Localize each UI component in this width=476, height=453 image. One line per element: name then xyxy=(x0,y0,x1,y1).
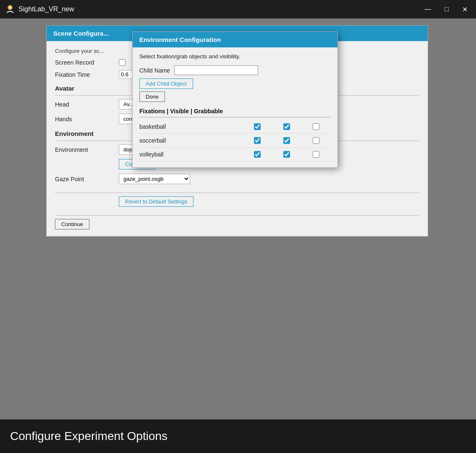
gaze-point-dropdown[interactable]: gaze_point.osgb xyxy=(119,174,190,184)
done-button[interactable]: Done xyxy=(139,91,165,102)
scene-config-title: Scene Configura... xyxy=(53,30,109,37)
object-row-1: soccerball xyxy=(139,134,331,148)
continue-button[interactable]: Continue xyxy=(55,219,89,229)
minimize-button[interactable]: — xyxy=(421,4,434,15)
env-config-header: Environment Configuration xyxy=(133,32,337,47)
object-grabbable-checkbox-0[interactable] xyxy=(313,123,319,130)
revert-button[interactable]: Revert to Default Settings xyxy=(119,196,194,207)
fixation-time-label: Fixation Time xyxy=(55,71,114,78)
object-grabbable-checkbox-1[interactable] xyxy=(313,137,319,144)
env-description: Select fixation/grab objects and visibil… xyxy=(139,53,331,60)
child-name-label: Child Name xyxy=(139,67,170,74)
fixations-header: Fixations | Visible | Grabbable xyxy=(139,108,331,117)
env-config-window: Environment Configuration Select fixatio… xyxy=(132,31,338,168)
bottom-bar: Configure Experiment Options xyxy=(0,419,476,453)
object-grabbable-cell-2 xyxy=(301,151,331,158)
object-row-2: volleyball xyxy=(139,148,331,161)
object-fixations-checkbox-0[interactable] xyxy=(254,123,261,130)
object-name-1: soccerball xyxy=(139,137,243,144)
hands-label: Hands xyxy=(55,116,114,122)
object-fixations-cell-0 xyxy=(243,123,272,130)
objects-list: basketballsoccerballvolleyball xyxy=(139,120,331,161)
object-name-0: basketball xyxy=(139,123,243,130)
revert-divider xyxy=(55,193,419,193)
object-grabbable-cell-0 xyxy=(301,123,331,130)
object-grabbable-checkbox-2[interactable] xyxy=(313,151,319,158)
add-child-button[interactable]: Add Child Object xyxy=(139,78,193,89)
gaze-point-label: Gaze Point xyxy=(55,176,114,182)
child-name-input[interactable] xyxy=(174,65,258,75)
object-fixations-cell-1 xyxy=(243,137,272,144)
object-row-0: basketball xyxy=(139,120,331,134)
svg-point-1 xyxy=(9,7,11,8)
object-checks-2 xyxy=(243,151,331,158)
object-checks-1 xyxy=(243,137,331,144)
object-visible-checkbox-2[interactable] xyxy=(283,151,290,158)
env-config-body: Select fixation/grab objects and visibil… xyxy=(133,47,337,167)
title-bar-left: SightLab_VR_new xyxy=(5,4,74,14)
object-visible-checkbox-0[interactable] xyxy=(283,123,290,130)
head-label: Head xyxy=(55,101,114,108)
object-fixations-cell-2 xyxy=(243,151,272,158)
fixations-col-header: Fixations | Visible | Grabbable xyxy=(139,108,331,115)
title-bar: SightLab_VR_new — □ ✕ xyxy=(0,0,476,18)
bottom-bar-text: Configure Experiment Options xyxy=(10,430,167,443)
object-checks-0 xyxy=(243,123,331,130)
gaze-point-row: Gaze Point gaze_point.osgb xyxy=(55,174,419,184)
environment-label: Environment xyxy=(55,146,114,153)
object-visible-cell-1 xyxy=(272,137,301,144)
title-bar-controls: — □ ✕ xyxy=(421,4,471,15)
env-config-title: Environment Configuration xyxy=(139,36,221,43)
app-icon xyxy=(5,4,15,14)
object-fixations-checkbox-1[interactable] xyxy=(254,137,261,144)
maximize-button[interactable]: □ xyxy=(441,4,452,15)
app-title: SightLab_VR_new xyxy=(18,5,74,13)
object-name-2: volleyball xyxy=(139,151,243,158)
revert-row: Revert to Default Settings xyxy=(55,196,419,207)
continue-row: Continue xyxy=(55,215,419,229)
object-visible-checkbox-1[interactable] xyxy=(283,137,290,144)
object-visible-cell-2 xyxy=(272,151,301,158)
object-visible-cell-0 xyxy=(272,123,301,130)
object-grabbable-cell-1 xyxy=(301,137,331,144)
screen-record-label: Screen Record xyxy=(55,59,114,66)
close-button[interactable]: ✕ xyxy=(459,4,471,15)
screen-record-checkbox[interactable] xyxy=(119,59,126,66)
child-name-row: Child Name xyxy=(139,65,331,75)
object-fixations-checkbox-2[interactable] xyxy=(254,151,261,158)
